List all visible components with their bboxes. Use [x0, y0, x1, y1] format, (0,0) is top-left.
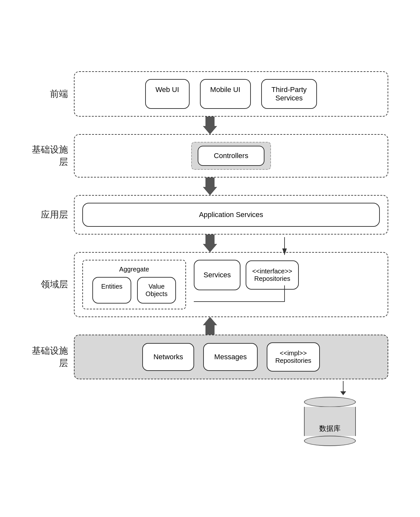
impl-repos-box: <<impl>>Repositories [267, 342, 320, 372]
domain-label: 领域层 [32, 278, 74, 291]
arrow-to-db [340, 381, 346, 395]
database-wrap: 数据库 [32, 397, 388, 446]
head-1 [203, 126, 217, 134]
third-party-box: Third-PartyServices [261, 79, 317, 109]
infra-bottom-boxes: Networks Messages <<impl>>Repositories [82, 342, 380, 372]
aggregate-inner: Entities ValueObjects [89, 277, 179, 304]
shaft-2 [205, 177, 215, 187]
aggregate-label: Aggregate [89, 266, 179, 273]
messages-box: Messages [203, 343, 258, 371]
database-cylinder: 数据库 [304, 397, 356, 446]
controllers-wrapper: Controllers [82, 142, 380, 170]
domain-layer: 领域层 Aggregate Entities ValueObjects [32, 252, 388, 317]
shaft-1 [205, 116, 215, 126]
web-ui-box: Web UI [145, 79, 190, 109]
db-body: 数据库 [304, 407, 356, 436]
application-layer: 应用层 Application Services [32, 195, 388, 235]
arrow-to-db-wrap [32, 379, 388, 397]
arrow-infra-to-app [32, 178, 388, 195]
shaft-up-1 [205, 325, 215, 335]
db-label: 数据库 [319, 424, 341, 433]
app-services-box: Application Services [82, 203, 380, 227]
aggregate-box: Aggregate Entities ValueObjects [82, 260, 186, 309]
db-top [304, 397, 356, 407]
db-bottom [304, 436, 356, 446]
infra-top-label: 基础设施层 [32, 144, 74, 168]
domain-arrow-svg [194, 237, 380, 257]
infra-top-box: Controllers [74, 134, 388, 178]
frontend-boxes: Web UI Mobile UI Third-PartyServices [82, 79, 380, 109]
arrow-down-1 [203, 116, 217, 134]
arrow-frontend-to-infra [32, 117, 388, 134]
infra-bottom-layer: 基础设施层 Networks Messages <<impl>>Reposito… [32, 335, 388, 379]
infra-top-layer: 基础设施层 Controllers [32, 134, 388, 178]
arrow-infra-bottom-to-domain [32, 317, 388, 335]
architecture-diagram: 前端 Web UI Mobile UI Third-PartyServices … [32, 62, 388, 456]
infra-bottom-label: 基础设施层 [32, 345, 74, 369]
thin-shaft-db [343, 381, 344, 391]
networks-box: Networks [142, 343, 194, 371]
bracket-svg [194, 285, 380, 305]
frontend-layer: 前端 Web UI Mobile UI Third-PartyServices [32, 71, 388, 117]
controllers-dashed-box: Controllers [191, 142, 271, 170]
thin-head-db [340, 391, 346, 395]
head-up-1 [203, 317, 217, 325]
domain-content: Aggregate Entities ValueObjects [82, 260, 380, 309]
head-2 [203, 187, 217, 195]
frontend-label: 前端 [32, 88, 74, 100]
controllers-inner-box: Controllers [198, 146, 264, 166]
domain-box: Aggregate Entities ValueObjects [74, 252, 388, 317]
entities-box: Entities [92, 277, 131, 304]
application-box: Application Services [74, 195, 388, 235]
infra-bottom-box: Networks Messages <<impl>>Repositories [74, 335, 388, 379]
frontend-box: Web UI Mobile UI Third-PartyServices [74, 71, 388, 117]
application-label: 应用层 [32, 209, 74, 221]
value-objects-box: ValueObjects [137, 277, 176, 304]
arrow-down-2 [203, 177, 217, 195]
arrow-up-1 [203, 317, 217, 335]
mobile-ui-box: Mobile UI [200, 79, 251, 109]
